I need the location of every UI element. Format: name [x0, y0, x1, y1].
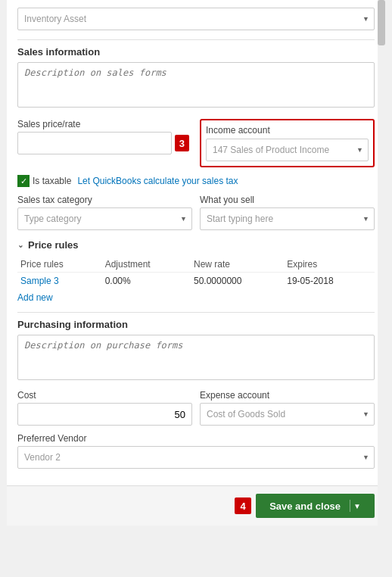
main-container: Inventory Asset Sales information Sales … [7, 0, 385, 526]
sales-info-label: Sales information [17, 46, 375, 58]
bottom-bar: 4 Save and close ▼ [7, 485, 385, 526]
is-taxable-checkbox[interactable] [17, 175, 30, 187]
what-you-sell-col: What you sell Start typing here [200, 195, 375, 230]
col-adjustment: Adjustment [102, 257, 191, 273]
price-rules-section: ⌄ Price rules Price rules Adjustment New… [17, 239, 375, 303]
sales-tax-category-col: Sales tax category Type category [17, 195, 192, 230]
col-expires: Expires [284, 257, 375, 273]
income-account-box: Income account 147 Sales of Product Inco… [200, 119, 375, 167]
col-new-rate: New rate [191, 257, 284, 273]
price-rules-header[interactable]: ⌄ Price rules [17, 239, 375, 251]
sales-info-group: Sales information [17, 46, 375, 110]
sales-price-label: Sales price/rate [17, 119, 192, 129]
sales-tax-category-label: Sales tax category [17, 195, 192, 205]
scrollbar-track[interactable] [378, 0, 385, 526]
expense-account-col: Expense account Cost of Goods Sold [200, 390, 375, 426]
save-close-label: Save and close [269, 501, 347, 512]
tax-category-sell-row: Sales tax category Type category What yo… [17, 195, 375, 230]
save-close-button[interactable]: Save and close ▼ [256, 494, 375, 518]
divider-2 [17, 312, 375, 313]
income-account-col: Income account 147 Sales of Product Inco… [200, 119, 375, 167]
step4-badge: 4 [235, 497, 251, 514]
scrollbar-thumb[interactable] [378, 0, 385, 45]
purchasing-info-section: Purchasing information [17, 319, 375, 382]
taxable-checkbox-container[interactable]: Is taxable [17, 175, 71, 187]
price-rule-new-rate: 50.0000000 [191, 273, 284, 290]
add-new-link[interactable]: Add new [17, 292, 53, 303]
divider-1 [17, 39, 375, 40]
income-account-select[interactable]: 147 Sales of Product Income [206, 139, 369, 161]
price-rules-table: Price rules Adjustment New rate Expires … [17, 257, 375, 289]
income-account-label: Income account [206, 125, 369, 136]
expense-account-select[interactable]: Cost of Goods Sold [200, 403, 375, 426]
what-you-sell-select[interactable]: Start typing here [200, 207, 375, 230]
save-close-arrow-icon[interactable]: ▼ [353, 502, 361, 510]
preferred-vendor-select[interactable]: Vendor 2 [17, 446, 375, 469]
sales-price-income-row: Sales price/rate 3 Income account 147 Sa… [17, 119, 375, 167]
table-row: Sample 3 0.00% 50.0000000 19-05-2018 [17, 273, 375, 290]
cost-label: Cost [17, 390, 192, 401]
is-taxable-label: Is taxable [33, 176, 71, 186]
price-rule-name[interactable]: Sample 3 [17, 273, 102, 290]
expense-account-label: Expense account [200, 390, 375, 401]
cost-col: Cost [17, 390, 192, 426]
purchasing-info-label: Purchasing information [17, 319, 375, 330]
cost-input[interactable] [17, 403, 192, 426]
price-rule-expires: 19-05-2018 [284, 273, 375, 290]
asset-account-dropdown[interactable]: Inventory Asset [17, 8, 375, 30]
sales-tax-category-dropdown[interactable]: Type category [17, 207, 192, 230]
chevron-down-icon: ⌄ [17, 241, 23, 249]
income-account-dropdown[interactable]: 147 Sales of Product Income [206, 139, 369, 161]
quickbooks-tax-link[interactable]: Let QuickBooks calculate your sales tax [77, 176, 238, 186]
purchase-description-textarea[interactable] [17, 335, 375, 380]
what-you-sell-label: What you sell [200, 195, 375, 205]
btn-divider [350, 500, 350, 512]
sales-tax-category-select[interactable]: Type category [17, 207, 192, 230]
asset-account-group: Inventory Asset [17, 8, 375, 30]
what-you-sell-dropdown[interactable]: Start typing here [200, 207, 375, 230]
taxable-row: Is taxable Let QuickBooks calculate your… [17, 175, 375, 187]
price-rules-label: Price rules [28, 239, 79, 251]
preferred-vendor-group: Preferred Vendor Vendor 2 [17, 433, 375, 469]
sales-price-input[interactable] [17, 132, 172, 154]
preferred-vendor-label: Preferred Vendor [17, 433, 375, 444]
col-price-rules: Price rules [17, 257, 102, 273]
expense-account-dropdown[interactable]: Cost of Goods Sold [200, 403, 375, 426]
sales-price-col: Sales price/rate 3 [17, 119, 192, 154]
step3-badge: 3 [175, 135, 189, 151]
content-area: Inventory Asset Sales information Sales … [7, 0, 385, 485]
sales-description-textarea[interactable] [17, 62, 375, 108]
cost-expense-row: Cost Expense account Cost of Goods Sold [17, 390, 375, 426]
price-rule-adjustment: 0.00% [102, 273, 191, 290]
asset-account-select[interactable]: Inventory Asset [17, 8, 375, 30]
preferred-vendor-dropdown[interactable]: Vendor 2 [17, 446, 375, 469]
save-btn-wrapper: 4 Save and close ▼ [235, 494, 375, 518]
